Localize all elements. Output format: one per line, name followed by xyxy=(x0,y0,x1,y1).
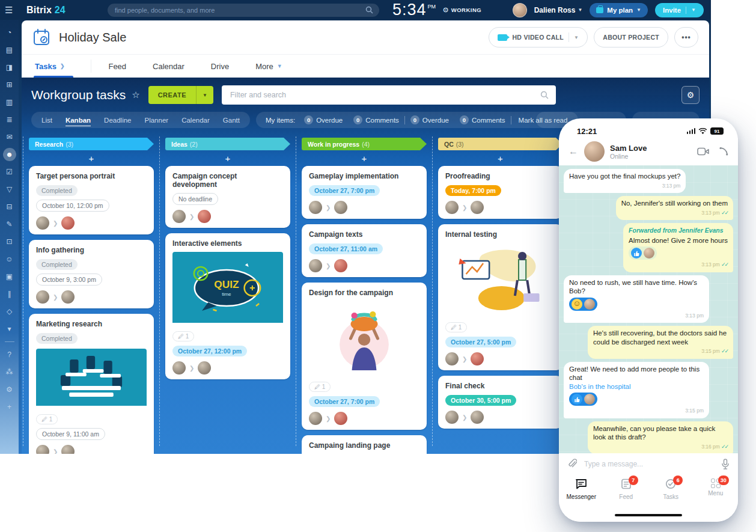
chat-bubble-outgoing[interactable]: He's still recovering, but the doctors s… xyxy=(588,326,733,359)
workgroups-icon[interactable]: ☻ xyxy=(3,148,16,161)
column-header[interactable]: QC(3) xyxy=(438,138,562,150)
assignee-avatar[interactable] xyxy=(61,216,75,230)
column-header[interactable]: Research(3) xyxy=(29,138,154,150)
feed-icon[interactable]: ▤ xyxy=(3,43,16,57)
message-link[interactable]: Bob's in the hospital xyxy=(569,383,631,390)
chat-bubble-outgoing[interactable]: Meanwhile, can you please take a quick l… xyxy=(588,421,733,454)
nav-menu[interactable]: 30Menu xyxy=(694,478,739,497)
bitrix-logo[interactable]: Bitrix 24 xyxy=(26,5,66,16)
documents-icon[interactable]: ▥ xyxy=(3,96,16,109)
deadline-badge[interactable]: October 27, 5:00 pm xyxy=(445,337,516,347)
creator-avatar[interactable] xyxy=(172,361,186,375)
creator-avatar[interactable] xyxy=(445,201,459,214)
assignee-avatar[interactable] xyxy=(471,352,484,365)
creator-avatar[interactable] xyxy=(309,201,322,214)
inventory-icon[interactable]: ▣ xyxy=(3,270,16,283)
add-icon[interactable]: + xyxy=(3,400,16,414)
view-tab-planner[interactable]: Planner xyxy=(138,112,175,128)
reaction-pill[interactable]: ☺ xyxy=(569,298,597,311)
menu-icon[interactable]: ☰ xyxy=(5,5,18,16)
task-card[interactable]: Marketing researchCompleted🖉 1October 9,… xyxy=(29,314,154,454)
task-card[interactable]: Interactive elementsQUIZtime🖉 1October 2… xyxy=(165,233,290,379)
task-card[interactable]: Info gatheringCompletedOctober 9, 3:00 p… xyxy=(29,240,154,308)
attach-icon[interactable] xyxy=(567,459,577,469)
assignee-avatar[interactable] xyxy=(334,259,347,272)
phone-call-icon[interactable] xyxy=(719,147,728,156)
add-task-button[interactable]: + xyxy=(438,150,562,166)
creator-avatar[interactable] xyxy=(36,290,49,304)
assignee-avatar[interactable] xyxy=(471,411,484,424)
assignee-avatar[interactable] xyxy=(61,445,75,454)
task-card[interactable]: Target persona portraitCompletedOctober … xyxy=(29,166,154,234)
deadline-badge[interactable]: October 27, 12:00 pm xyxy=(172,346,247,356)
filter-search-input[interactable] xyxy=(229,90,540,100)
settings-icon[interactable]: ⚙ xyxy=(3,383,16,396)
calendar-icon[interactable]: ⊞ xyxy=(3,78,16,91)
marketing-icon[interactable]: ☺ xyxy=(3,252,16,266)
video-call-icon[interactable] xyxy=(697,147,709,156)
deadline-badge[interactable]: Today, 7:00 pm xyxy=(445,185,501,196)
nav-feed[interactable]: 7Feed xyxy=(604,478,649,500)
contact-avatar[interactable] xyxy=(584,141,605,162)
deadline-badge[interactable]: October 9, 11:00 am xyxy=(36,428,105,440)
tab-tasks[interactable]: Tasks❯ xyxy=(35,62,64,71)
invite-button[interactable]: Invite ▼ xyxy=(655,3,704,17)
contact-info[interactable]: Sam Love Online xyxy=(610,144,647,160)
task-card[interactable]: Campaing landing pageOctober 30, 3:00 pm… xyxy=(302,435,427,454)
assignee-avatar[interactable] xyxy=(198,210,211,223)
global-search[interactable] xyxy=(108,4,379,17)
counter-comments[interactable]: 0Comments xyxy=(348,115,404,124)
deadline-badge[interactable]: October 9, 3:00 pm xyxy=(36,274,102,286)
tab-drive[interactable]: Drive xyxy=(211,62,229,71)
deadline-badge[interactable]: October 30, 5:00 pm xyxy=(445,395,516,406)
task-card[interactable]: Campaign textsOctober 27, 11:00 am❯ xyxy=(302,224,427,277)
assignee-avatar[interactable] xyxy=(334,201,347,214)
chat-bubble-incoming[interactable]: Great! We need to add more people to thi… xyxy=(564,362,709,418)
add-task-button[interactable]: + xyxy=(302,150,427,166)
working-status[interactable]: ⊙ WORKING xyxy=(443,6,481,14)
assignee-avatar[interactable] xyxy=(471,201,484,214)
creator-avatar[interactable] xyxy=(445,352,459,365)
view-tab-calendar[interactable]: Calendar xyxy=(175,112,216,128)
assignee-avatar[interactable] xyxy=(61,290,75,304)
tab-calendar[interactable]: Calendar xyxy=(153,62,184,71)
messenger-icon[interactable]: ◨ xyxy=(3,61,16,74)
board-settings-button[interactable]: ⚙ xyxy=(681,86,700,104)
column-header[interactable]: Ideas(2) xyxy=(165,138,290,150)
tab-more[interactable]: More▼ xyxy=(255,62,282,71)
more-actions-button[interactable]: ••• xyxy=(674,27,698,47)
add-task-button[interactable]: + xyxy=(29,150,154,166)
start-page-icon[interactable]: ◔ xyxy=(3,26,16,39)
hd-video-call-button[interactable]: HD VIDEO CALL ▼ xyxy=(489,27,588,47)
counter-comments[interactable]: 0Comments xyxy=(454,115,511,124)
creator-avatar[interactable] xyxy=(36,216,49,230)
crm-icon[interactable]: ▽ xyxy=(3,183,16,196)
network-icon[interactable]: ⁂ xyxy=(3,365,16,379)
chat-bubble-outgoing[interactable]: Forwarded from Jennifer EvansAlmost done… xyxy=(623,223,733,272)
global-search-input[interactable] xyxy=(114,6,365,14)
drive-icon[interactable]: ≣ xyxy=(3,113,16,126)
chat-bubble-incoming[interactable]: Have you got the final mockups yet?3:13 … xyxy=(564,169,686,193)
view-tab-list[interactable]: List xyxy=(35,112,59,128)
task-card[interactable]: Final checkOctober 30, 5:00 pm❯ xyxy=(438,376,562,429)
microphone-icon[interactable] xyxy=(721,459,730,469)
collapse-icon[interactable]: ▾ xyxy=(3,322,16,335)
create-dropdown[interactable]: ▼ xyxy=(196,86,213,104)
nav-messenger[interactable]: Messenger xyxy=(559,478,604,500)
counter-overdue[interactable]: 0Overdue xyxy=(405,115,454,124)
user-avatar[interactable] xyxy=(513,3,527,17)
deadline-badge[interactable]: October 27, 11:00 am xyxy=(309,243,383,254)
reaction-pill[interactable] xyxy=(569,393,597,406)
assignee-avatar[interactable] xyxy=(198,361,211,375)
view-tab-gantt[interactable]: Gantt xyxy=(216,112,246,128)
deadline-badge[interactable]: October 10, 12:00 pm xyxy=(36,200,109,212)
about-project-button[interactable]: ABOUT PROJECT xyxy=(594,27,668,47)
deadline-badge[interactable]: No deadline xyxy=(172,193,218,205)
tasks-icon[interactable]: ☑ xyxy=(3,165,16,179)
favorite-star-icon[interactable]: ☆ xyxy=(132,90,139,100)
chat-bubble-incoming[interactable]: No need to rush, we still have time. How… xyxy=(564,275,709,323)
user-menu[interactable]: Dalien Ross ▼ xyxy=(534,6,583,14)
my-plan-button[interactable]: My plan ▼ xyxy=(590,3,648,17)
message-input[interactable] xyxy=(583,459,715,469)
column-header[interactable]: Work in progress(4) xyxy=(302,138,427,150)
